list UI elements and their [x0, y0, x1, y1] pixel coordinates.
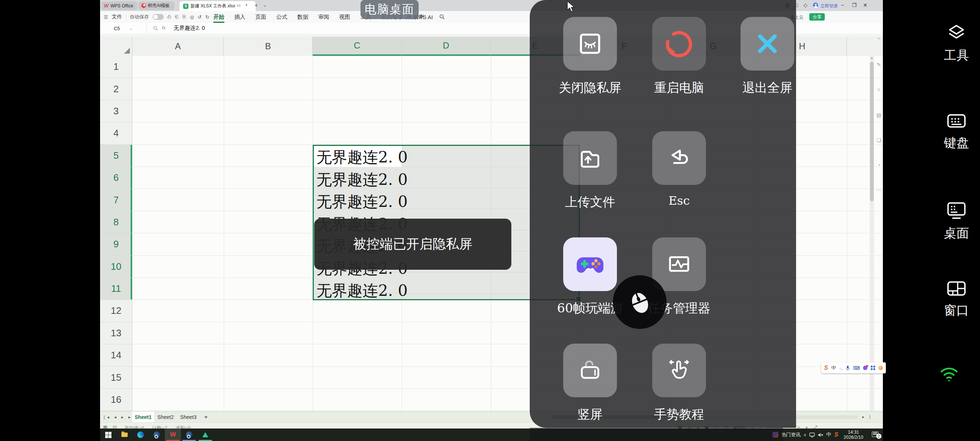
row-header-selected[interactable]: 11 — [100, 278, 132, 300]
portrait-mode-button[interactable] — [563, 344, 617, 397]
edge-button[interactable] — [132, 428, 149, 441]
grid-icon[interactable]: ⌗ — [877, 87, 880, 93]
autosave-toggle[interactable] — [153, 14, 164, 20]
news-widget-label[interactable]: 热门资讯 — [781, 431, 800, 438]
vertical-scrollbar[interactable]: ▴ — [870, 56, 874, 411]
add-sheet-button[interactable]: + — [204, 414, 208, 421]
close-button[interactable]: ✕ — [863, 2, 867, 8]
tab-monitor-icon[interactable]: ▭ — [237, 3, 240, 8]
preview-icon[interactable]: ◎ — [190, 14, 194, 20]
minimize-button[interactable]: − — [841, 2, 844, 8]
ime-chinese-mode[interactable]: 中 — [831, 365, 836, 371]
row-header[interactable]: 15 — [100, 366, 132, 389]
row-header-selected[interactable]: 9 — [100, 233, 132, 255]
tab-review[interactable]: 审阅 — [318, 11, 329, 23]
ime-mode-indicator[interactable]: 中 — [826, 431, 831, 438]
hidden-icons-chevron[interactable]: ∧ — [803, 433, 807, 437]
export-icon[interactable]: ⎗ — [175, 14, 178, 20]
start-button[interactable] — [100, 428, 116, 441]
box-icon[interactable]: ◇ — [803, 2, 807, 8]
login-link[interactable]: 立即登录 — [820, 3, 838, 9]
microphone-icon[interactable] — [846, 365, 850, 371]
search-icon[interactable] — [439, 14, 445, 19]
name-box[interactable]: C5 ⌄ — [100, 23, 147, 34]
save-icon[interactable]: ⎙ — [167, 14, 171, 20]
sidebar-item-tools[interactable]: 工具 — [927, 23, 980, 64]
screen-label-pill[interactable]: 电脑桌面 — [361, 0, 418, 19]
workbook-tab-active[interactable]: S 新建 XLSX 工作表.xlsx — [180, 1, 256, 11]
tab-page[interactable]: 页面 — [255, 11, 266, 23]
sidebar-item-keyboard[interactable]: 键盘 — [927, 113, 980, 151]
row-header-selected[interactable]: 8 — [100, 211, 132, 233]
sogou-logo-icon[interactable]: S — [824, 365, 828, 371]
mouse-mode-button[interactable] — [613, 275, 667, 329]
zoom-formula-icon[interactable] — [153, 26, 158, 31]
row-header-selected[interactable]: 10 — [100, 256, 132, 278]
gesture-tutorial-button[interactable] — [652, 344, 706, 397]
share-button[interactable]: 分享 — [809, 13, 825, 21]
tab-list-chevron-icon[interactable]: ⌄ — [263, 3, 267, 8]
more-icon[interactable]: ⋯ — [876, 187, 881, 193]
hamburger-menu-icon[interactable]: ☰ — [104, 14, 108, 20]
restart-computer-button[interactable] — [652, 17, 706, 71]
tab-home[interactable]: 开始 — [213, 11, 224, 23]
print-icon[interactable]: ⎘ — [182, 14, 186, 20]
row-header[interactable]: 2 — [100, 78, 132, 100]
formula-value[interactable]: 无界趣连2. 0 — [173, 25, 205, 32]
fx-icon[interactable]: fx — [162, 25, 165, 30]
close-privacy-screen-button[interactable] — [563, 17, 617, 71]
column-header-d[interactable]: D — [402, 37, 491, 56]
row-header[interactable]: 12 — [100, 300, 132, 322]
network-display-icon[interactable] — [809, 433, 815, 437]
file-explorer-button[interactable] — [116, 428, 132, 441]
row-header-selected[interactable]: 7 — [100, 189, 132, 211]
esc-button[interactable] — [652, 131, 706, 185]
tab-view[interactable]: 视图 — [339, 11, 350, 23]
help-icon[interactable]: ◔ — [877, 162, 880, 168]
sheet-tab-3[interactable]: Sheet3 — [177, 412, 200, 423]
row-header[interactable]: 14 — [100, 344, 132, 366]
row-header[interactable]: 13 — [100, 322, 132, 344]
row-header[interactable]: 4 — [100, 122, 132, 144]
row-header-selected[interactable]: 5 — [100, 145, 132, 167]
new-tab-button[interactable]: + — [255, 2, 258, 8]
file-menu[interactable]: 文件 — [112, 14, 122, 20]
green-app-button[interactable] — [197, 428, 213, 441]
steam-running-button[interactable] — [181, 428, 197, 441]
sogou-skin-icon[interactable] — [863, 366, 867, 370]
redo-icon[interactable]: ↻ — [205, 14, 209, 20]
volume-muted-icon[interactable] — [818, 433, 823, 437]
collapse-icon[interactable]: ⌃ — [877, 37, 881, 43]
row-header[interactable]: 1 — [100, 56, 132, 78]
name-box-chevron-icon[interactable]: ⌄ — [129, 27, 132, 30]
game-mode-button[interactable] — [563, 237, 617, 291]
scroll-right-icon[interactable]: ▸ — [862, 414, 864, 419]
sogou-input-bar[interactable]: S 中 ·, ⌨ — [821, 362, 886, 373]
emoji-icon[interactable] — [878, 366, 883, 370]
cell-text[interactable]: 无界趣连2. 0 — [317, 281, 407, 301]
column-header-b[interactable]: B — [224, 37, 313, 56]
cell-text[interactable]: 无界趣连2. 0 — [317, 147, 407, 168]
wps-taskbar-button-active[interactable]: W — [165, 428, 181, 441]
scroll-end-icon[interactable]: ∣ — [869, 414, 871, 419]
upload-file-button[interactable] — [563, 131, 617, 185]
sidebar-item-desktop[interactable]: 桌面 — [927, 201, 980, 242]
vertical-scroll-thumb[interactable] — [870, 62, 874, 201]
avatar[interactable] — [813, 3, 818, 8]
tab-insert[interactable]: 插入 — [234, 11, 245, 23]
cell-text[interactable]: 无界趣连2. 0 — [317, 192, 407, 212]
scroll-up-icon[interactable]: ▴ — [870, 56, 874, 60]
row-header[interactable]: 3 — [100, 100, 132, 122]
exit-fullscreen-button[interactable] — [741, 17, 794, 71]
rows-icon[interactable]: ▤ — [876, 112, 881, 118]
row-header-selected[interactable]: 6 — [100, 167, 132, 189]
wps-home-tab[interactable]: W WPS Office — [101, 2, 137, 10]
edit-icon[interactable]: ✎ — [877, 62, 881, 68]
tab-formula[interactable]: 公式 — [276, 11, 287, 23]
punctuation-mode[interactable]: ·, — [840, 365, 842, 371]
undo-icon[interactable]: ↺ — [197, 14, 202, 20]
select-all-corner[interactable] — [100, 37, 132, 56]
panel-icon[interactable]: ❏ — [877, 137, 881, 143]
column-header-c[interactable]: C — [313, 37, 402, 56]
taskbar-clock[interactable]: 14:31 2026/2/10 — [837, 430, 870, 440]
